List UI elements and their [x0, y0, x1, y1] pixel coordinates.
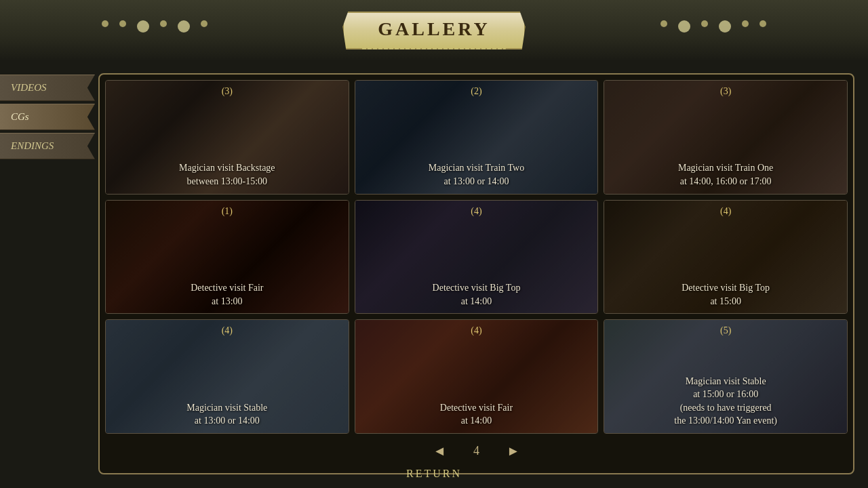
cell-label: Magician visit Backstagebetween 13:00-15… — [113, 161, 342, 188]
dot — [660, 20, 667, 27]
dot — [701, 20, 708, 27]
cell-label: Magician visit Stableat 13:00 or 14:00 — [113, 401, 342, 428]
cell-content: (1) Detective visit Fairat 13:00 — [106, 201, 349, 314]
cell-label: Magician visit Train Oneat 14:00, 16:00 … — [611, 161, 840, 188]
page-title: GALLERY — [378, 18, 490, 39]
gallery-banner: GALLERY — [342, 12, 525, 49]
gallery-cell-magician-stable-15[interactable]: (5) Magician visit Stableat 15:00 or 16:… — [604, 319, 848, 434]
cell-content: (4) Detective visit Big Topat 15:00 — [604, 201, 847, 314]
cell-number: (4) — [113, 325, 342, 336]
cell-number: (1) — [113, 206, 342, 217]
cell-label: Detective visit Fairat 13:00 — [113, 281, 342, 308]
sidebar-item-cgs[interactable]: CGs — [0, 104, 95, 130]
cell-number: (4) — [611, 206, 840, 217]
sidebar: VIDEOS CGs ENDINGS — [0, 61, 95, 159]
dot — [719, 20, 731, 33]
cell-content: (4) Detective visit Big Topat 14:00 — [355, 201, 598, 314]
sidebar-label-cgs: CGs — [11, 111, 29, 122]
gallery-cell-detective-fair-14[interactable]: (4) Detective visit Fairat 14:00 — [355, 319, 599, 434]
cell-label: Detective visit Big Topat 14:00 — [362, 281, 591, 308]
cell-content: (2) Magician visit Train Twoat 13:00 or … — [355, 81, 598, 194]
sidebar-label-videos: VIDEOS — [11, 82, 47, 93]
gallery-cell-detective-fair-13[interactable]: (1) Detective visit Fairat 13:00 — [105, 200, 349, 314]
cell-number: (3) — [611, 86, 840, 97]
prev-page-button[interactable]: ◄ — [426, 441, 453, 462]
gallery-cell-detective-bigtop-14[interactable]: (4) Detective visit Big Topat 14:00 — [355, 200, 599, 314]
cell-number: (3) — [113, 86, 342, 97]
banner-shape: GALLERY — [342, 12, 525, 49]
sidebar-item-endings[interactable]: ENDINGS — [0, 133, 95, 159]
dot — [201, 20, 208, 27]
dot — [160, 20, 167, 27]
gallery-cell-magician-train-two[interactable]: (2) Magician visit Train Twoat 13:00 or … — [355, 80, 599, 195]
sidebar-label-endings: ENDINGS — [11, 140, 54, 151]
cell-number: (4) — [362, 206, 591, 217]
next-page-button[interactable]: ► — [500, 441, 527, 462]
cell-number: (2) — [362, 86, 591, 97]
return-section: RETURN — [0, 468, 868, 480]
dot — [102, 20, 108, 27]
dot — [760, 20, 766, 27]
cell-label: Magician visit Train Twoat 13:00 or 14:0… — [362, 161, 591, 188]
cell-number: (5) — [611, 325, 840, 336]
current-page: 4 — [473, 444, 479, 458]
cell-label: Detective visit Fairat 14:00 — [362, 401, 591, 428]
gallery-cell-magician-train-one[interactable]: (3) Magician visit Train Oneat 14:00, 16… — [604, 80, 848, 195]
decorative-dots-right — [660, 20, 766, 33]
dot — [742, 20, 749, 27]
pagination-bar: ◄ 4 ► — [105, 434, 848, 468]
top-bar: GALLERY — [0, 0, 868, 61]
gallery-grid: (3) Magician visit Backstagebetween 13:0… — [105, 80, 848, 434]
dot — [678, 20, 690, 33]
cell-label: Detective visit Big Topat 15:00 — [611, 281, 840, 308]
cell-label: Magician visit Stableat 15:00 or 16:00(n… — [611, 375, 840, 428]
return-button[interactable]: RETURN — [406, 468, 462, 480]
cell-content: (3) Magician visit Backstagebetween 13:0… — [106, 81, 349, 194]
sidebar-item-videos[interactable]: VIDEOS — [0, 75, 95, 101]
cell-content: (4) Magician visit Stableat 13:00 or 14:… — [106, 320, 349, 433]
dot — [178, 20, 190, 33]
gallery-cell-detective-bigtop-15[interactable]: (4) Detective visit Big Topat 15:00 — [604, 200, 848, 314]
cell-content: (3) Magician visit Train Oneat 14:00, 16… — [604, 81, 847, 194]
cell-content: (5) Magician visit Stableat 15:00 or 16:… — [604, 320, 847, 433]
main-content: (3) Magician visit Backstagebetween 13:0… — [98, 73, 854, 474]
cell-content: (4) Detective visit Fairat 14:00 — [355, 320, 598, 433]
gallery-cell-magician-backstage[interactable]: (3) Magician visit Backstagebetween 13:0… — [105, 80, 349, 195]
dot — [119, 20, 126, 27]
decorative-dots-left — [102, 20, 208, 33]
gallery-cell-magician-stable-13[interactable]: (4) Magician visit Stableat 13:00 or 14:… — [105, 319, 349, 434]
cell-number: (4) — [362, 325, 591, 336]
dot — [137, 20, 149, 33]
